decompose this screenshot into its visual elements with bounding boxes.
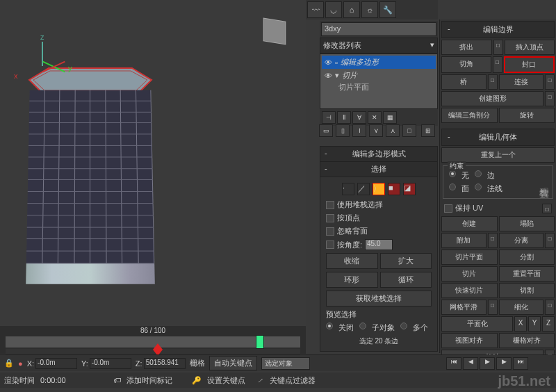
create-shape-button[interactable]: 创建图形 (441, 91, 543, 106)
chamfer-settings-icon[interactable]: □ (493, 56, 502, 73)
set-key-button[interactable]: 设置关键点 (207, 375, 245, 386)
preview-off-radio[interactable] (326, 322, 333, 329)
reset-plane-button[interactable]: 重置平面 (499, 266, 555, 281)
edit-geom-header[interactable]: 编辑几何体 (441, 129, 555, 146)
tool-rocket-icon[interactable]: ⌂ (343, 1, 360, 18)
quick-slice-button[interactable]: 快速切片 (441, 283, 498, 298)
prev-frame-icon[interactable]: ◀ (463, 357, 478, 370)
detach-settings-icon[interactable]: □ (545, 233, 555, 248)
planar-y-button[interactable]: Y (528, 316, 541, 332)
tool-wrench-icon[interactable]: 🔧 (379, 1, 396, 18)
toggle5-icon[interactable]: ⋏ (386, 124, 400, 137)
viewport[interactable]: z y x (0, 0, 306, 327)
toggle6-icon[interactable]: □ (402, 124, 416, 137)
y-value[interactable]: -0.0m (90, 358, 131, 369)
modifier-list-dropdown[interactable]: 修改器列表 ▾ (320, 38, 438, 54)
edge-mode-icon[interactable]: ／ (357, 183, 370, 195)
element-mode-icon[interactable]: ◪ (403, 183, 416, 195)
view-align-button[interactable]: 视图对齐 (441, 333, 498, 348)
chamfer-button[interactable]: 切角 (441, 56, 491, 73)
tool-arc-icon[interactable]: ◡ (325, 1, 342, 18)
by-vertex-checkbox[interactable] (326, 214, 334, 222)
filter-icon[interactable]: ⟋ (256, 376, 264, 384)
grid-align-button[interactable]: 栅格对齐 (499, 333, 555, 348)
key-filter-dropdown[interactable]: 选定对象 (261, 357, 310, 370)
preserve-uv-checkbox[interactable] (444, 204, 452, 213)
planar-x-button[interactable]: X (514, 316, 527, 332)
goto-start-icon[interactable]: ⏮ (446, 357, 461, 370)
extrude-settings-icon[interactable]: □ (493, 40, 503, 55)
by-angle-checkbox[interactable] (326, 240, 334, 249)
preview-multi-radio[interactable] (400, 322, 407, 329)
tool-curve-icon[interactable]: 〰 (307, 1, 324, 18)
auto-key-button[interactable]: 自动关键点 (209, 356, 257, 370)
shrink-button[interactable]: 收缩 (326, 253, 378, 269)
selection-rollout-header[interactable]: 选择 (320, 162, 437, 177)
modifier-item-edit-poly[interactable]: 👁 ▫ 编辑多边形 (322, 56, 436, 69)
toggle1-icon[interactable]: ▭ (319, 124, 333, 137)
preview-subobj-radio[interactable] (359, 322, 366, 329)
edit-border-header[interactable]: 编辑边界 (441, 21, 555, 38)
make-planar-button[interactable]: 平面化 (441, 316, 513, 332)
create-shape-settings-icon[interactable]: □ (545, 91, 555, 106)
add-marker-label[interactable]: 添加时间标记 (126, 375, 172, 386)
toggle3-icon[interactable]: Ｉ (352, 124, 366, 137)
key-icon[interactable]: 🔑 (192, 376, 202, 385)
grow-button[interactable]: 扩大 (380, 253, 432, 269)
connect-settings-icon[interactable]: □ (545, 74, 555, 90)
slice-plane-button[interactable]: 切片平面 (441, 250, 498, 265)
tag-icon[interactable]: 🏷 (113, 376, 121, 384)
connect-button[interactable]: 连接 (499, 74, 544, 90)
tessellate-button[interactable]: 细化 (499, 300, 544, 315)
constraint-none-radio[interactable] (449, 170, 456, 177)
time-slider-thumb[interactable] (256, 335, 264, 349)
ignore-back-checkbox[interactable] (326, 227, 334, 236)
get-stack-button[interactable]: 获取堆栈选择 (326, 291, 432, 307)
collapse-button[interactable]: 塌陷 (499, 216, 555, 231)
constraint-normal-radio[interactable] (475, 183, 482, 190)
extrude-button[interactable]: 挤出 (441, 40, 492, 55)
edit-tri-button[interactable]: 编辑三角剖分 (441, 108, 498, 123)
angle-spinner[interactable]: 45.0 (365, 239, 393, 250)
detach-button[interactable]: 分离 (499, 233, 544, 248)
modifier-sub-slice-plane[interactable]: 切片平面 (322, 82, 436, 92)
polygon-mode-icon[interactable]: ■ (388, 183, 400, 195)
insert-vertex-button[interactable]: 插入顶点 (505, 40, 555, 55)
modifier-item-slice[interactable]: 👁 ▾ 切片 (322, 69, 436, 82)
bridge-settings-icon[interactable]: □ (488, 74, 498, 90)
split-button[interactable]: 分割 (499, 250, 555, 265)
slice-button[interactable]: 切片 (441, 266, 498, 281)
play-icon[interactable]: ▶ (480, 357, 495, 370)
goto-end-icon[interactable]: ⏭ (513, 357, 528, 370)
cap-button[interactable]: 封口 (504, 56, 555, 73)
rollout-header[interactable]: 编辑多边形模式 (320, 147, 437, 162)
ring-button[interactable]: 环形 (326, 272, 378, 288)
attach-settings-icon[interactable]: □ (488, 233, 498, 248)
loop-button[interactable]: 循环 (380, 272, 432, 288)
attach-button[interactable]: 附加 (441, 233, 486, 248)
x-value[interactable]: -0.0m (35, 358, 77, 369)
modifier-stack[interactable]: 👁 ▫ 编辑多边形 👁 ▾ 切片 切片平面 (320, 54, 438, 109)
z-value[interactable]: 50158.941 (144, 358, 186, 369)
object-name-field[interactable]: 3dxy (321, 22, 436, 36)
view-cube-gizmo[interactable] (254, 10, 295, 52)
msmooth-button[interactable]: 网格平滑 (441, 300, 486, 315)
create-button[interactable]: 创建 (441, 216, 498, 231)
use-stack-checkbox[interactable] (326, 201, 334, 209)
constraint-edge-radio[interactable] (475, 170, 482, 177)
preserve-uv-settings-icon[interactable]: □ (542, 204, 552, 213)
tool-sun-icon[interactable]: ☼ (361, 1, 378, 18)
msmooth-settings-icon[interactable]: □ (488, 300, 498, 315)
repeat-last-button[interactable]: 重复上一个 (441, 147, 555, 163)
next-frame-icon[interactable]: ▶ (496, 357, 512, 370)
bridge-button[interactable]: 桥 (441, 74, 486, 90)
key-filter-label[interactable]: 关键点过滤器 (270, 375, 316, 386)
circle-icon[interactable]: ● (18, 359, 23, 368)
constraint-face-radio[interactable] (449, 183, 456, 190)
config-icon[interactable]: ⊞ (421, 124, 435, 137)
tessellate-settings-icon[interactable]: □ (545, 300, 555, 315)
toggle2-icon[interactable]: ▯ (336, 124, 350, 137)
planar-z-button[interactable]: Z (542, 316, 555, 332)
border-mode-icon[interactable]: 〉 (373, 183, 385, 195)
spin-button[interactable]: 旋转 (499, 108, 555, 123)
